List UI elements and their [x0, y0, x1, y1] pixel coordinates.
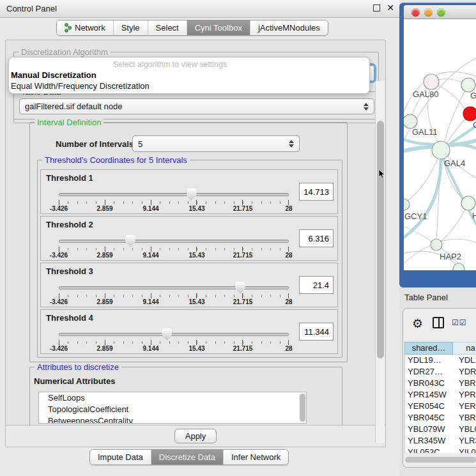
tick-label: 9.144: [142, 298, 158, 305]
threshold-1-ticks: [59, 200, 289, 205]
table-panel-title: Table Panel: [404, 293, 448, 302]
threshold-1-value-field[interactable]: [299, 183, 334, 201]
table-data-combobox[interactable]: galFiltered.sif default node: [19, 98, 374, 114]
tab-infer-network-label: Infer Network: [231, 452, 280, 462]
threshold-3-value-field[interactable]: [299, 276, 334, 294]
threshold-2-tick-labels: -3.426 2.859 9.144 15.43 21.715 28: [59, 252, 289, 259]
tab-select[interactable]: Select: [148, 20, 187, 35]
algorithm-dropdown-popup: Select algorithm to view settings Manual…: [8, 57, 370, 94]
cell: YPR145W: [405, 389, 454, 401]
table-row[interactable]: YDL19…YDL1: [405, 355, 476, 366]
node-label-c-partial: C: [473, 120, 476, 130]
number-of-intervals-value: 5: [138, 139, 142, 149]
spinner-arrows-icon: [289, 136, 294, 151]
checkboxes-icon[interactable]: ☑☑: [452, 318, 467, 327]
tick-label: 15.43: [188, 252, 204, 259]
thresholds-group: Threshold's Coordinates for 5 Intervals …: [37, 160, 342, 358]
table-row[interactable]: YDR27…YDR2: [405, 366, 476, 378]
zoom-traffic-light-icon[interactable]: [437, 8, 445, 17]
tab-jactivemnodules[interactable]: jActiveMNodules: [250, 20, 328, 35]
split-table-icon[interactable]: [433, 317, 444, 328]
table-horizontal-scrollbar[interactable]: [405, 457, 476, 463]
threshold-4-slider-thumb[interactable]: [162, 328, 172, 341]
minimize-traffic-light-icon[interactable]: [424, 8, 433, 17]
tick-label: -3.426: [50, 345, 68, 352]
table-row[interactable]: YIL052CYIL0: [405, 447, 476, 453]
numerical-attributes-label: Numerical Attributes: [34, 376, 115, 386]
threshold-4-value-field[interactable]: [299, 323, 334, 341]
node-gal80: [424, 74, 439, 89]
tab-network[interactable]: Network: [57, 20, 114, 35]
threshold-3-slider-thumb[interactable]: [235, 282, 245, 294]
close-traffic-light-icon[interactable]: [411, 8, 420, 17]
tab-infer-network[interactable]: Infer Network: [224, 450, 288, 464]
node-label-h-partial: H: [472, 211, 476, 220]
node-right-mid: [461, 196, 475, 210]
node-label-gal80: GAL80: [413, 89, 438, 99]
list-item[interactable]: BetweennessCentrality: [39, 415, 306, 424]
node-gal4: [432, 141, 450, 159]
tab-select-label: Select: [156, 23, 179, 33]
tab-jactivemnodules-label: jActiveMNodules: [258, 23, 320, 33]
threshold-2-slider[interactable]: [59, 240, 289, 243]
number-of-intervals-spinner[interactable]: 5: [132, 135, 300, 152]
tick-label: 2.859: [96, 205, 112, 212]
float-window-icon[interactable]: [373, 4, 380, 12]
dropdown-option-manual[interactable]: Manual Discretization: [11, 70, 96, 80]
table-row[interactable]: YLR345WYLR3: [405, 435, 476, 447]
tick-label: 9.144: [142, 252, 158, 259]
threshold-3-ticks: [59, 293, 289, 298]
discretization-algorithm-legend: Discretization Algorithm: [19, 47, 111, 57]
threshold-4-slider[interactable]: [59, 333, 289, 336]
content-scrollbar-thumb[interactable]: [377, 121, 384, 358]
table-row[interactable]: YBR045CYBR0: [405, 412, 476, 424]
tick-label: -3.426: [50, 252, 68, 259]
cell: YIL0: [454, 447, 476, 453]
threshold-1-slider[interactable]: [59, 193, 289, 196]
threshold-4-tick-labels: -3.426 2.859 9.144 15.43 21.715 28: [59, 345, 289, 353]
threshold-2-panel: Threshold 2 -3.426 2.859 9.144 15.43 21.…: [40, 216, 338, 261]
bottom-tab-bar: Impute Data Discretize Data Infer Networ…: [89, 449, 289, 465]
apply-button[interactable]: Apply: [174, 429, 217, 443]
threshold-2-slider-thumb[interactable]: [125, 235, 135, 247]
tick-label: 15.43: [188, 298, 204, 305]
table-row[interactable]: YBR043CYBR0: [405, 378, 476, 389]
threshold-1-slider-thumb[interactable]: [187, 188, 197, 201]
list-item[interactable]: SelfLoops: [39, 392, 306, 404]
mouse-cursor: [378, 169, 386, 181]
tab-discretize-data[interactable]: Discretize Data: [151, 450, 224, 464]
cell: YPR1: [454, 389, 476, 401]
tab-impute-data[interactable]: Impute Data: [90, 450, 151, 464]
list-scrollbar[interactable]: [300, 394, 305, 422]
dropdown-option-equal-width[interactable]: Equal Width/Frequency Discretization: [11, 81, 150, 91]
control-panel-titlebar: Control Panel ✕: [0, 0, 399, 18]
threshold-1-panel: Threshold 1 -3.426 2.859 9.144 15.43 21.…: [40, 169, 338, 214]
column-header-name[interactable]: na: [453, 342, 476, 355]
network-window-titlebar: [404, 5, 476, 19]
threshold-2-value-field[interactable]: [299, 229, 334, 247]
threshold-4-label: Threshold 4: [46, 313, 93, 323]
cell: YDR2: [454, 366, 476, 378]
cell: YER0: [454, 401, 476, 412]
threshold-4-ticks: [59, 340, 289, 345]
table-row[interactable]: YPR145WYPR1: [405, 389, 476, 401]
list-item[interactable]: TopologicalCoefficient: [39, 404, 306, 415]
table-row[interactable]: YER054CYER0: [405, 401, 476, 412]
table-row[interactable]: YBL079WYBL0: [405, 424, 476, 435]
gear-icon[interactable]: ⚙: [412, 316, 423, 331]
node-red: [463, 107, 476, 121]
network-view-window: GAL80 G C GAL11 GAL4 GCY1 H HAP2: [399, 3, 476, 288]
cell: YBR045C: [405, 412, 454, 424]
apply-strip: Apply: [6, 425, 385, 447]
tick-label: 21.715: [233, 205, 253, 212]
cell: YBL079W: [405, 424, 454, 435]
close-icon[interactable]: ✕: [387, 3, 394, 13]
threshold-3-slider[interactable]: [59, 286, 289, 289]
tab-cyni-toolbox[interactable]: Cyni Toolbox: [187, 20, 250, 35]
column-header-shared[interactable]: shared…: [404, 342, 453, 355]
node-label-g-partial: G: [470, 91, 476, 100]
network-canvas[interactable]: GAL80 G C GAL11 GAL4 GCY1 H HAP2: [404, 19, 476, 270]
content-scrollbar-track[interactable]: [375, 81, 385, 443]
numerical-attributes-list[interactable]: SelfLoops TopologicalCoefficient Between…: [38, 392, 307, 424]
tab-style[interactable]: Style: [114, 20, 148, 35]
